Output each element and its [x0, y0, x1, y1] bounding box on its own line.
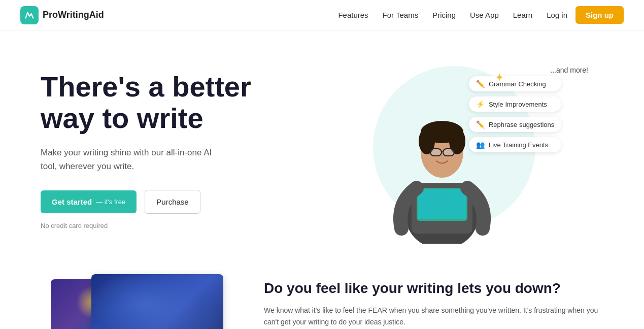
nav-for-teams[interactable]: For Teams: [383, 11, 419, 19]
more-label: ...and more!: [550, 66, 588, 74]
svg-rect-9: [430, 149, 442, 156]
hero-left: There's a better way to write Make your …: [41, 61, 304, 229]
painting-stack: My idea in my head: [41, 274, 213, 329]
grammar-icon: ✏️: [476, 80, 485, 88]
signup-button[interactable]: Sign up: [575, 6, 624, 24]
training-icon: 👥: [476, 141, 485, 149]
pill-rephrase: ✏️ Rephrase suggestions: [469, 117, 561, 132]
hero-buttons: Get started — it's free Purchase: [41, 190, 304, 214]
feature-pills: ✏️ Grammar Checking ⚡ Style Improvements…: [469, 76, 561, 152]
logo-icon: [20, 6, 39, 24]
logo-text: ProWritingAid: [43, 10, 104, 20]
hero-section: There's a better way to write Make your …: [0, 30, 644, 264]
style-icon: ⚡: [476, 100, 485, 108]
section2: My idea in my head Do you feel like your…: [0, 264, 644, 329]
get-started-button[interactable]: Get started — it's free: [41, 190, 137, 213]
nav-learn[interactable]: Learn: [513, 11, 532, 19]
svg-rect-3: [418, 189, 466, 219]
pill-style: ⚡ Style Improvements: [469, 96, 561, 112]
pill-training: 👥 Live Training Events: [469, 137, 561, 152]
nav-pricing[interactable]: Pricing: [432, 11, 456, 19]
login-button[interactable]: Log in: [547, 11, 567, 19]
star-decoration: ✦: [495, 71, 504, 84]
painting-front: [91, 274, 223, 329]
hero-subtext: Make your writing shine with our all-in-…: [41, 146, 223, 173]
svg-rect-10: [443, 149, 454, 156]
nav-features[interactable]: Features: [338, 11, 368, 19]
rephrase-icon: ✏️: [476, 120, 485, 128]
nav-use-app[interactable]: Use App: [470, 11, 499, 19]
painting-area: My idea in my head: [41, 274, 223, 329]
no-credit-text: No credit card required: [41, 222, 304, 229]
navbar: ProWritingAid Features For Teams Pricing…: [0, 0, 644, 30]
nav-actions: Log in Sign up: [547, 6, 624, 24]
section2-content: Do you feel like your writing lets you d…: [264, 274, 603, 327]
hero-illustration: ✏️ Grammar Checking ⚡ Style Improvements…: [304, 61, 603, 244]
nav-links: Features For Teams Pricing Use App Learn: [338, 11, 532, 20]
hero-heading: There's a better way to write: [41, 71, 304, 134]
purchase-button[interactable]: Purchase: [145, 190, 200, 214]
section2-text: We know what it's like to feel the FEAR …: [264, 305, 603, 327]
logo-link[interactable]: ProWritingAid: [20, 6, 104, 24]
section2-heading: Do you feel like your writing lets you d…: [264, 279, 603, 298]
pill-grammar: ✏️ Grammar Checking: [469, 76, 561, 91]
